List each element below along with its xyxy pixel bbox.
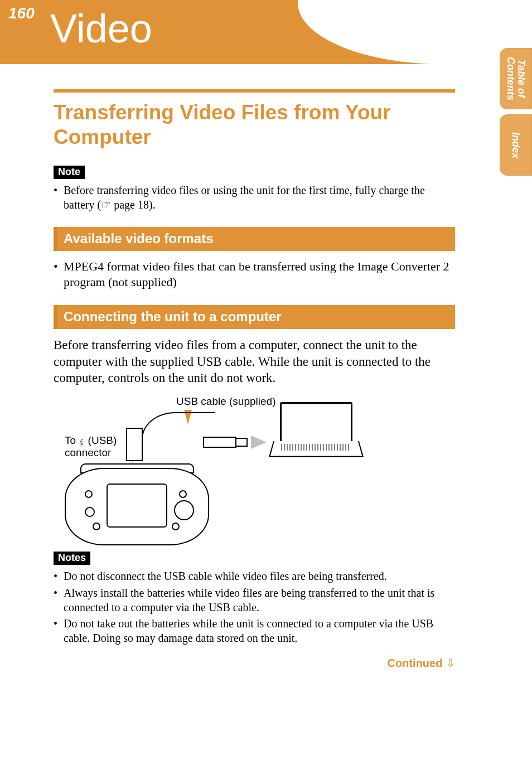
page-number: 160 (8, 4, 35, 22)
list-item: Before transferring video files or using… (54, 183, 455, 212)
subheading-available-formats: Available video formats (54, 227, 455, 251)
tab-index[interactable]: Index (500, 114, 532, 176)
page-content: Transferring Video Files from Your Compu… (54, 89, 455, 670)
list-item: Do not disconnect the USB cable while vi… (54, 569, 455, 584)
usb-plug-tip-illustration (235, 438, 248, 447)
continued-indicator: Continued ⇩ (54, 656, 455, 670)
note-list: Before transferring video files or using… (54, 183, 455, 212)
list-item: Always install the batteries while video… (54, 586, 455, 615)
page-header: 160 Video (0, 0, 532, 64)
diagram-label-usb-cable: USB cable (supplied) (176, 395, 275, 408)
page-title: Transferring Video Files from Your Compu… (54, 100, 455, 149)
usb-plug-illustration (203, 437, 236, 448)
section-title: Video (50, 6, 152, 51)
list-item: MPEG4 format video files that can be tra… (54, 259, 455, 291)
continued-label: Continued (388, 657, 443, 669)
heading-rule (54, 89, 455, 93)
body-paragraph: Before transferring video files from a c… (54, 337, 455, 387)
connection-diagram: USB cable (supplied) To ⍷ (USB)connector (65, 395, 360, 546)
diagram-label-connector: To ⍷ (USB)connector (65, 434, 117, 459)
tab-label: Table ofContents (505, 57, 526, 100)
list-item: Do not take out the batteries while the … (54, 617, 455, 645)
formats-list: MPEG4 format video files that can be tra… (54, 259, 455, 291)
device-screen-illustration (107, 483, 167, 528)
tab-table-of-contents[interactable]: Table ofContents (500, 48, 532, 109)
notes-list: Do not disconnect the USB cable while vi… (54, 569, 455, 645)
tab-label: Index (511, 132, 521, 158)
subheading-connecting: Connecting the unit to a computer (54, 305, 455, 329)
note-badge: Note (54, 166, 85, 179)
laptop-screen (280, 402, 352, 444)
header-swoosh (298, 0, 532, 64)
laptop-illustration (273, 402, 357, 462)
notes-badge: Notes (54, 552, 90, 565)
dock-illustration (126, 428, 143, 461)
arrow-right-icon (251, 436, 267, 449)
laptop-keys (281, 444, 349, 451)
arrow-down-outline-icon: ⇩ (446, 657, 455, 669)
